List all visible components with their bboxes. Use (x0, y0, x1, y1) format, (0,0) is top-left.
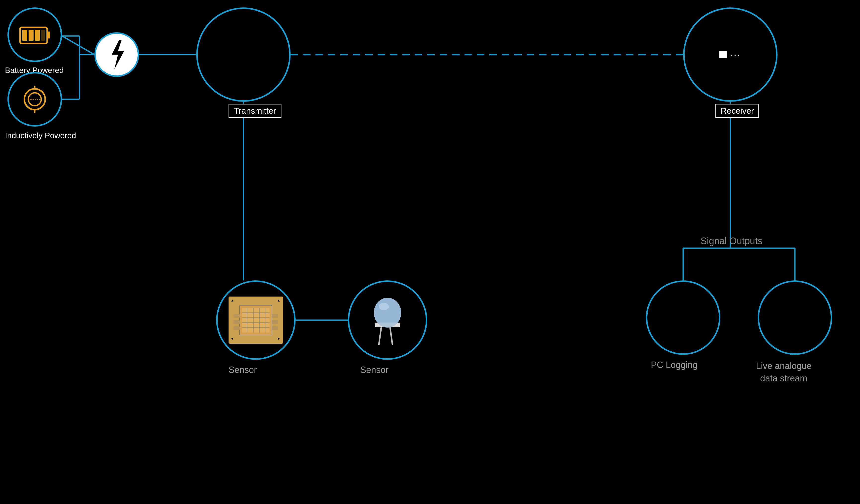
transmitter-circle (196, 8, 291, 102)
sensor2-label: Sensor (360, 365, 388, 375)
diagram-container: Battery Powered Inductively Powered Tran… (0, 0, 860, 504)
pclogging-circle (646, 280, 720, 355)
receiver-dots: ··· (730, 49, 741, 60)
svg-text:▼: ▼ (230, 337, 234, 341)
svg-rect-38 (233, 326, 240, 330)
sensor1-label: Sensor (229, 365, 257, 375)
svg-rect-18 (41, 30, 45, 41)
receiver-label: Receiver (715, 104, 759, 118)
svg-rect-16 (29, 30, 33, 41)
analogue-label: Live analogue data stream (753, 360, 815, 385)
svg-rect-41 (272, 326, 278, 330)
inductive-label: Inductively Powered (5, 131, 76, 140)
svg-marker-24 (112, 40, 124, 70)
svg-point-51 (374, 298, 401, 328)
analogue-label-text: Live analogue data stream (756, 361, 812, 383)
svg-text:▲: ▲ (230, 298, 234, 302)
receiver-square (719, 51, 727, 58)
svg-rect-27 (242, 308, 270, 332)
coil-icon (19, 83, 51, 115)
svg-rect-14 (47, 31, 50, 39)
svg-rect-37 (233, 320, 240, 324)
receiver-interior: ··· (717, 47, 744, 63)
svg-rect-36 (233, 314, 240, 317)
svg-line-50 (390, 327, 392, 345)
svg-line-0 (62, 36, 95, 55)
lightning-icon (107, 40, 127, 70)
analogue-circle (758, 280, 832, 355)
svg-text:▲: ▲ (277, 298, 281, 302)
power-combiner-circle (95, 32, 139, 77)
battery-circle (8, 8, 62, 62)
sensor2-circle (348, 280, 427, 360)
inductive-circle (8, 72, 62, 127)
signal-outputs-label: Signal Outputs (701, 236, 762, 247)
svg-rect-17 (35, 30, 40, 41)
pclogging-label: PC Logging (651, 360, 698, 370)
battery-icon (19, 24, 51, 46)
transmitter-label: Transmitter (229, 104, 282, 118)
sensor1-circle: ▲ ▲ ▼ ▼ (216, 280, 296, 360)
svg-text:▼: ▼ (277, 337, 281, 341)
svg-rect-40 (272, 320, 278, 324)
chip-icon: ▲ ▲ ▼ ▼ (226, 294, 286, 346)
receiver-circle: ··· (683, 8, 777, 102)
svg-rect-39 (272, 314, 278, 317)
led-icon (368, 293, 407, 347)
svg-rect-15 (23, 30, 27, 41)
svg-line-49 (379, 327, 381, 345)
